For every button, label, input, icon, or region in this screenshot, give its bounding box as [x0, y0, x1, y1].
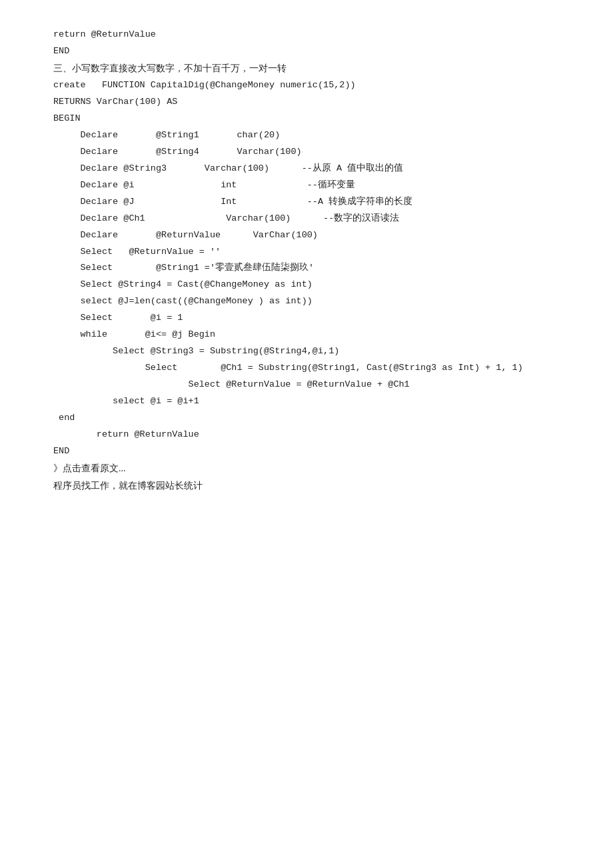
- line-item: Declare @i int --循环变量: [53, 177, 560, 194]
- line-item: Declare @Ch1 Varchar(100) --数字的汉语读法: [53, 211, 560, 227]
- line-item: Select @ReturnValue = '': [53, 244, 560, 261]
- line-item: Select @ReturnValue = @ReturnValue + @Ch…: [53, 377, 560, 393]
- line-item: while @i<= @j Begin: [53, 327, 560, 343]
- line-item: 》点击查看原文...: [53, 460, 560, 477]
- main-content: return @ReturnValueEND三、小写数字直接改大写数字，不加十百…: [0, 0, 613, 521]
- line-item: select @i = @i+1: [53, 393, 560, 410]
- line-item: Select @String1 ='零壹贰叁肆伍陆柒捌玖': [53, 260, 560, 277]
- line-item: Select @i = 1: [53, 310, 560, 327]
- line-item: Declare @String1 char(20): [53, 127, 560, 144]
- line-item: Select @Ch1 = Substring(@String1, Cast(@…: [53, 360, 560, 377]
- line-item: Declare @String4 Varchar(100): [53, 144, 560, 161]
- line-item: Declare @ReturnValue VarChar(100): [53, 227, 560, 244]
- line-item: Declare @J Int --A 转换成字符串的长度: [53, 194, 560, 211]
- line-item: create FUNCTION CapitalDig(@ChangeMoney …: [53, 77, 560, 94]
- line-item: END: [53, 43, 560, 60]
- line-item: END: [53, 443, 560, 460]
- line-item: BEGIN: [53, 111, 560, 127]
- line-item: return @ReturnValue: [53, 27, 560, 43]
- line-item: select @J=len(cast((@ChangeMoney ) as in…: [53, 293, 560, 310]
- line-item: 三、小写数字直接改大写数字，不加十百千万，一对一转: [53, 60, 560, 77]
- line-item: Select @String4 = Cast(@ChangeMoney as i…: [53, 277, 560, 293]
- line-item: return @ReturnValue: [53, 427, 560, 443]
- line-item: Select @String3 = Substring(@String4,@i,…: [53, 343, 560, 360]
- line-item: end: [53, 410, 560, 427]
- line-item: Declare @String3 Varchar(100) --从原 A 值中取…: [53, 161, 560, 177]
- line-item: RETURNS VarChar(100) AS: [53, 94, 560, 111]
- line-item: 程序员找工作，就在博客园站长统计: [53, 477, 560, 495]
